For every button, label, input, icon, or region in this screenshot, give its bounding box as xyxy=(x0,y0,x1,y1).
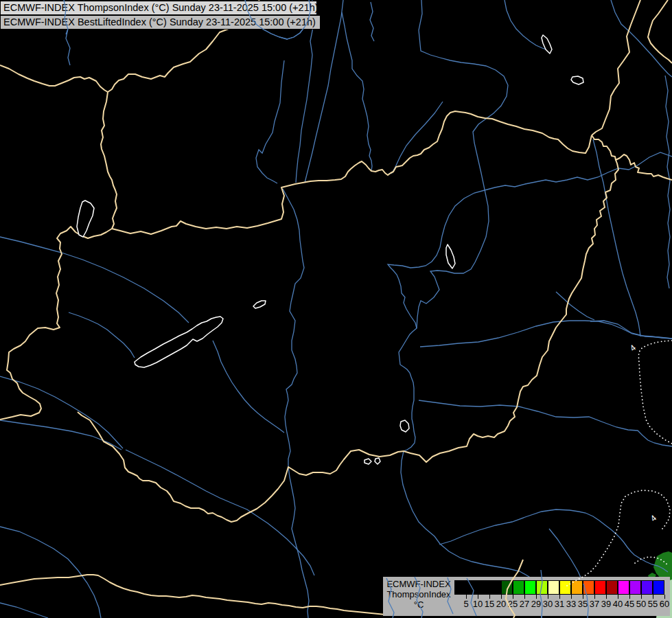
legend-panel: ECMWF-INDEX ThompsonIndex °C 51015202527… xyxy=(383,577,670,616)
legend-unit-label: °C xyxy=(383,599,454,610)
legend-color-box xyxy=(618,580,629,595)
legend-color-box xyxy=(606,580,618,595)
map-background xyxy=(0,0,672,618)
legend-color-box xyxy=(536,580,548,595)
legend-color-box xyxy=(524,580,536,595)
legend-color-box xyxy=(454,580,466,595)
legend-color-box xyxy=(501,580,513,595)
titlebar-thompson-index-text: ECMWF-INDEX ThompsonIndex (°C) Sunday 23… xyxy=(3,2,317,13)
legend-color-box xyxy=(641,580,653,595)
legend-title: ECMWF-INDEX ThompsonIndex °C xyxy=(383,579,454,610)
legend-color-box xyxy=(548,580,559,595)
weather-map-viewport: 4 4 ECMWF-INDEX ThompsonIndex (°C) Sunda… xyxy=(0,0,672,618)
legend-color-box xyxy=(594,580,606,595)
legend-color-box xyxy=(629,580,641,595)
legend-color-box xyxy=(513,580,524,595)
titlebar-best-lifted-index-text: ECMWF-INDEX BestLiftedIndex (°C) Sunday … xyxy=(3,16,316,27)
legend-color-box xyxy=(559,580,571,595)
titlebar-best-lifted-index: ECMWF-INDEX BestLiftedIndex (°C) Sunday … xyxy=(0,15,321,30)
legend-color-box xyxy=(466,580,478,595)
map-svg: 4 4 xyxy=(0,0,672,618)
legend-color-box xyxy=(583,580,594,595)
legend-color-box xyxy=(478,580,489,595)
legend-title-line1: ECMWF-INDEX xyxy=(383,579,454,589)
legend-content: ECMWF-INDEX ThompsonIndex °C 51015202527… xyxy=(383,577,670,616)
titlebar-thompson-index: ECMWF-INDEX ThompsonIndex (°C) Sunday 23… xyxy=(0,1,317,15)
legend-color-box xyxy=(653,580,664,595)
legend-title-line2: ThompsonIndex xyxy=(383,589,454,599)
legend-color-box xyxy=(489,580,501,595)
legend-color-box xyxy=(571,580,583,595)
legend-tick-label: 60 xyxy=(656,599,672,609)
